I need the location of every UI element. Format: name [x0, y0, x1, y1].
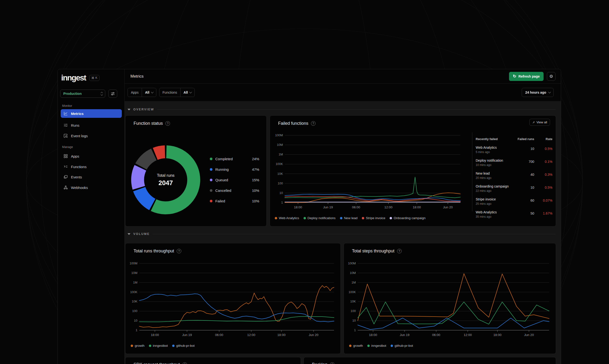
legend-item: Onboarding campaign — [390, 216, 426, 220]
svg-text:100M: 100M — [129, 261, 137, 265]
function-status-card: Function status Total runs 2047 Complete… — [125, 116, 267, 227]
nav-section-manage: Manage — [62, 145, 73, 149]
sidebar-item-metrics[interactable]: Metrics — [61, 109, 122, 118]
svg-text:18:00: 18:00 — [277, 333, 286, 337]
legend-dot — [210, 168, 212, 171]
backlog-card: Backlog — [304, 357, 556, 364]
svg-text:18:00: 18:00 — [369, 333, 377, 337]
help-icon[interactable] — [330, 362, 334, 364]
svg-text:100M: 100M — [275, 133, 283, 137]
table-row[interactable]: Web Analytics 5 mins ago 10 0.5% — [476, 145, 553, 158]
legend-dot — [210, 200, 212, 202]
runs-list-icon — [64, 123, 68, 127]
legend-dot — [172, 345, 175, 347]
divider — [472, 132, 472, 211]
legend-item: Deploy notifications — [304, 216, 336, 220]
svg-text:06:00: 06:00 — [215, 333, 223, 337]
legend-item: github-pr-bot — [172, 344, 195, 348]
sidebar-item-runs[interactable]: Runs — [61, 121, 122, 130]
sidebar-item-apps[interactable]: Apps — [61, 152, 122, 160]
view-all-button[interactable]: View all — [529, 119, 550, 126]
functions-filter[interactable]: Functions All — [159, 88, 195, 97]
table-row[interactable]: Web Analytics 35 mins ago 50 1.67% — [476, 209, 553, 222]
sliders-icon — [111, 92, 115, 96]
help-icon[interactable] — [311, 121, 316, 126]
svg-text:Jun 19: Jun 19 — [323, 206, 333, 209]
svg-text:100K: 100K — [276, 162, 283, 166]
help-icon[interactable] — [182, 362, 187, 364]
svg-text:Jun 19: Jun 19 — [182, 333, 192, 337]
app-window: inngest ⌘ K Production Monitor — [57, 69, 561, 364]
help-icon[interactable] — [177, 249, 181, 253]
svg-text:12:00: 12:00 — [247, 333, 255, 337]
webhooks-icon — [64, 185, 68, 190]
svg-text:12:00: 12:00 — [384, 206, 392, 209]
function-status-legend: Completed 24% Running 47% Queued 15% — [210, 154, 259, 206]
table-row[interactable]: Onboarding campaign 22 mins ago 10 0.5% — [476, 184, 553, 197]
overview-section-header[interactable]: OVERVIEW — [127, 107, 555, 112]
legend-dot — [210, 189, 212, 192]
card-title: Total steps throughput — [352, 248, 394, 254]
svg-text:10: 10 — [134, 319, 137, 322]
command-k-shortcut[interactable]: ⌘ K — [89, 75, 99, 81]
time-range-select[interactable]: 24 hours ago — [522, 88, 554, 97]
page-title: Metrics — [130, 74, 509, 79]
sidebar: inngest ⌘ K Production Monitor — [58, 69, 125, 364]
svg-text:12:00: 12:00 — [464, 333, 472, 337]
legend-dot — [340, 217, 342, 219]
settings-gear-button[interactable] — [547, 72, 555, 81]
sidebar-item-events[interactable]: Events — [61, 173, 122, 181]
legend-item: growth — [131, 344, 145, 348]
refresh-page-button[interactable]: Refresh page — [509, 72, 543, 81]
svg-text:Jun 19: Jun 19 — [400, 333, 410, 337]
function-status-donut-chart — [125, 139, 207, 221]
legend-dot — [391, 345, 393, 347]
volume-section-header[interactable]: VOLUME — [127, 231, 555, 237]
help-icon[interactable] — [397, 249, 401, 253]
metrics-chart-icon — [64, 111, 68, 116]
env-filter-button[interactable] — [108, 90, 117, 98]
svg-text:Jun 20: Jun 20 — [524, 333, 534, 337]
legend-dot — [304, 217, 306, 219]
svg-text:18:00: 18:00 — [294, 206, 302, 209]
sidebar-item-functions[interactable]: Functions — [61, 162, 122, 171]
total-steps-legend: growth inngestbot github-pr-bot — [349, 344, 413, 348]
sidebar-item-event-logs[interactable]: Event logs — [61, 131, 122, 140]
legend-dot — [210, 157, 212, 160]
legend-dot — [149, 345, 151, 347]
svg-text:100M: 100M — [348, 261, 356, 265]
events-window-icon — [64, 175, 68, 179]
apps-filter[interactable]: Apps All — [127, 88, 156, 97]
filter-bar: Apps All Functions All 24 hours ago — [125, 84, 561, 101]
legend-dot — [390, 217, 392, 219]
recently-failed-table: Recently failed Failed runs Rate Web Ana… — [476, 137, 553, 222]
legend-item: inngestbot — [367, 344, 386, 348]
table-row[interactable]: Stripe invoice 25 mins ago 60 0.07% — [476, 197, 553, 209]
help-icon[interactable] — [166, 121, 170, 126]
sidebar-item-webhooks[interactable]: Webhooks — [61, 183, 122, 192]
refresh-icon — [513, 74, 516, 79]
svg-text:18:00: 18:00 — [413, 206, 421, 209]
content-area: OVERVIEW Function status Total runs 2047 — [125, 102, 561, 364]
chevron-down-icon — [548, 91, 551, 93]
legend-item-running: Running 47% — [210, 164, 259, 175]
environment-select[interactable]: Production — [60, 90, 105, 98]
table-row[interactable]: Deploy notification 10 mins ago 700 0.1% — [476, 158, 553, 171]
svg-text:18:00: 18:00 — [493, 333, 502, 337]
command-icon: ⌘ — [91, 76, 95, 80]
table-row[interactable]: New lead 20 mins ago 40 0.3% — [476, 171, 553, 184]
card-title: Failed functions — [278, 121, 308, 126]
svg-text:10M: 10M — [350, 271, 356, 275]
apps-grid-icon — [64, 154, 68, 158]
failed-functions-card: Failed functions View all 11010010K100K1… — [270, 116, 556, 227]
svg-text:1: 1 — [281, 201, 283, 204]
svg-text:10K: 10K — [132, 299, 137, 303]
nav-section-monitor: Monitor — [62, 104, 72, 107]
table-header: Recently failed Failed runs Rate — [476, 137, 553, 142]
legend-item: github-pr-bot — [391, 344, 413, 348]
legend-dot — [210, 179, 212, 181]
svg-text:100K: 100K — [130, 290, 138, 294]
event-logs-search-icon — [64, 134, 68, 138]
svg-text:1: 1 — [354, 328, 356, 332]
failed-functions-legend: Web Analytics Deploy notifications New l… — [275, 216, 426, 220]
